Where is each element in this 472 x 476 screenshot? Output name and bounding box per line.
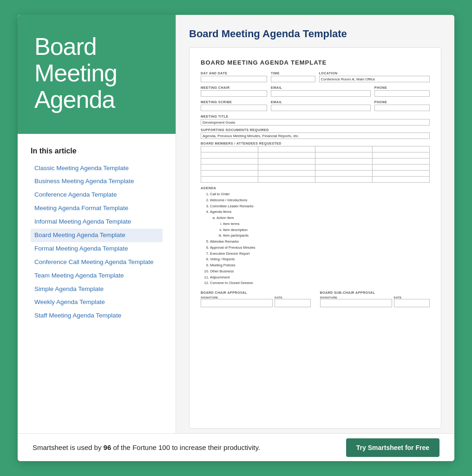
scribe-email-field: EMAIL (271, 100, 371, 111)
table-row (201, 177, 430, 183)
chair-field: MEETING CHAIR (201, 86, 267, 97)
card-body: BoardMeetingAgenda In this article Class… (18, 15, 454, 433)
scribe-email-input (271, 105, 371, 111)
scribe-phone-field: PHONE (374, 100, 430, 111)
sub-chair-date-field: DATE (394, 296, 430, 307)
table-row (201, 159, 430, 165)
table-row (201, 152, 430, 159)
toc-item-board[interactable]: Board Meeting Agenda Template (31, 229, 163, 242)
chair-sig-input (201, 299, 273, 307)
list-item: Convene to Closed Session (210, 280, 430, 286)
toc-item-weekly[interactable]: Weekly Agenda Template (31, 296, 163, 309)
sub-chair-sig-field: SIGNATURE (320, 296, 392, 307)
meeting-title-input: Development Goals (201, 119, 430, 126)
table-cell (258, 146, 315, 152)
doc-preview: BOARD MEETING AGENDA TEMPLATE DAY AND DA… (189, 47, 441, 429)
scribe-phone-input (374, 105, 430, 111)
chair-approval-block: BOARD CHAIR APPROVAL SIGNATURE DATE (201, 291, 311, 307)
toc-heading: In this article (31, 147, 163, 155)
chair-email-label: EMAIL (271, 86, 371, 89)
list-item: Item terms (223, 221, 430, 227)
chair-approval-title: BOARD CHAIR APPROVAL (201, 291, 311, 294)
day-date-label: DAY AND DATE (201, 72, 267, 75)
table-cell (201, 146, 258, 152)
list-item: Other Business (210, 269, 430, 275)
toc-item-simple[interactable]: Simple Agenda Template (31, 283, 163, 296)
table-cell (201, 177, 258, 183)
list-item: Approval of Previous Minutes (210, 245, 430, 251)
table-cell (258, 165, 315, 171)
list-item: Voting / Reports (210, 257, 430, 263)
list-item: Agenda Items Action Item Item terms Item… (210, 209, 430, 239)
doc-title: Board Meeting Agenda Template (189, 28, 441, 40)
approval-section: BOARD CHAIR APPROVAL SIGNATURE DATE (201, 291, 430, 307)
toc-section: In this article Classic Meeting Agenda T… (18, 132, 176, 433)
day-date-field: DAY AND DATE (201, 72, 267, 82)
cta-button[interactable]: Try Smartsheet for Free (346, 438, 439, 457)
toc-item-team[interactable]: Team Meeting Agenda Template (31, 269, 163, 283)
main-card: BoardMeetingAgenda In this article Class… (18, 15, 454, 461)
scribe-email-label: EMAIL (271, 100, 371, 104)
table-cell (258, 159, 315, 165)
agenda-section: AGENDA Call to Order Welcome / Introduct… (201, 186, 430, 286)
doc-main-title: BOARD MEETING AGENDA TEMPLATE (201, 59, 430, 66)
list-item: Action Item Item terms Item description … (216, 215, 430, 239)
table-cell (315, 171, 373, 177)
toc-item-classic[interactable]: Classic Meeting Agenda Template (31, 162, 163, 175)
hero-title: BoardMeetingAgenda (34, 33, 159, 113)
table-cell (201, 171, 258, 177)
toc-item-format[interactable]: Meeting Agenda Format Template (31, 202, 163, 215)
table-cell (373, 152, 430, 159)
sub-chair-approval-row: SIGNATURE DATE (320, 296, 430, 307)
scribe-label: MEETING SCRIBE (201, 100, 267, 104)
table-cell (258, 152, 315, 159)
attendees-label: BOARD MEMBERS / ATTENDEES REQUESTED (201, 142, 430, 145)
sub-chair-approval-block: BOARD SUB-CHAIR APPROVAL SIGNATURE DATE (320, 291, 430, 307)
list-item: Adjournment (210, 275, 430, 281)
right-panel: Board Meeting Agenda Template BOARD MEET… (176, 15, 454, 433)
table-cell (373, 177, 430, 183)
sub-chair-sig-input (320, 299, 392, 307)
list-item: Committee Leader Remarks (210, 204, 430, 210)
day-time-location-row: DAY AND DATE TIME LOCATION Conference Ro… (201, 72, 430, 82)
chair-date-field: DATE (275, 296, 311, 307)
table-cell (258, 171, 315, 177)
location-field: LOCATION Conference Room A, Main Office (319, 72, 430, 82)
table-cell (373, 146, 430, 152)
table-cell (201, 165, 258, 171)
toc-item-conf-call[interactable]: Conference Call Meeting Agenda Template (31, 256, 163, 269)
table-row (201, 171, 430, 177)
toc-item-conference[interactable]: Conference Agenda Template (31, 188, 163, 202)
chair-phone-input (374, 90, 430, 97)
list-item: Item participants (223, 233, 430, 239)
list-item: Welcome / Introductions (210, 198, 430, 204)
list-item: Executive Director Report (210, 251, 430, 257)
location-input: Conference Room A, Main Office (319, 76, 430, 82)
toc-item-formal[interactable]: Formal Meeting Agenda Template (31, 242, 163, 256)
footer-text: Smartsheet is used by 96 of the Fortune … (33, 443, 260, 451)
chair-row: MEETING CHAIR EMAIL PHONE (201, 86, 430, 97)
toc-item-staff[interactable]: Staff Meeting Agenda Template (31, 309, 163, 323)
table-cell (258, 177, 315, 183)
table-cell (315, 165, 373, 171)
sub-chair-approval-title: BOARD SUB-CHAIR APPROVAL (320, 291, 430, 294)
toc-item-informal[interactable]: Informal Meeting Agenda Template (31, 215, 163, 229)
hero-section: BoardMeetingAgenda (18, 15, 176, 132)
chair-input (201, 90, 267, 97)
chair-sig-field: SIGNATURE (201, 296, 273, 307)
location-label: LOCATION (319, 72, 430, 75)
chair-email-field: EMAIL (271, 86, 371, 97)
sub-chair-date-input (394, 299, 430, 307)
list-item: Call to Order (210, 192, 430, 198)
table-cell (373, 165, 430, 171)
day-date-input (201, 76, 267, 82)
table-row (201, 146, 430, 152)
scribe-input (201, 105, 267, 111)
scribe-phone-label: PHONE (374, 100, 430, 104)
list-item: Meeting Policies (210, 263, 430, 269)
scribe-field: MEETING SCRIBE (201, 100, 267, 111)
toc-item-business[interactable]: Business Meeting Agenda Template (31, 175, 163, 188)
table-cell (373, 171, 430, 177)
table-cell (315, 177, 373, 183)
table-cell (201, 152, 258, 159)
